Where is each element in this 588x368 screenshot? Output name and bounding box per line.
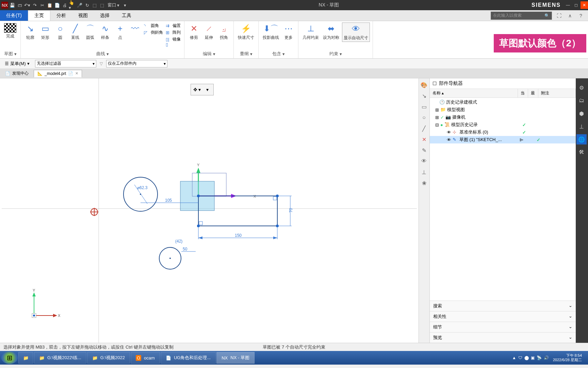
tab-task[interactable]: 任务(T) [0, 10, 28, 21]
sketch-canvas[interactable]: Y X ⌀62.3 [0, 78, 419, 343]
save-all-icon[interactable]: 🗃 [16, 2, 23, 9]
tree-model-history[interactable]: ⊟●📜模型历史记录✓ [430, 121, 576, 128]
point-button[interactable]: +点 [113, 22, 127, 41]
tab-home[interactable]: 主页 [28, 10, 50, 21]
rb-tools-icon[interactable]: 🛠 [576, 147, 587, 157]
close-tab-icon[interactable]: ✕ [75, 71, 78, 76]
tray-icon[interactable]: ▲ [512, 355, 516, 360]
mirror-button[interactable]: ▯|▯镜像 [165, 36, 181, 43]
quick-dim-button[interactable]: ⚡快速尺寸 [236, 22, 256, 41]
spline-button[interactable]: ∿样条 [98, 22, 112, 41]
nav-detail[interactable]: 细节⌄ [430, 322, 576, 332]
tray-app-icon[interactable]: ⬤ [524, 355, 529, 360]
paste-icon[interactable]: 📄 [54, 2, 61, 9]
view-orient-icon[interactable]: ✥ ▾ [192, 86, 202, 94]
tree-camera[interactable]: ⊞✓📷摄像机 [430, 113, 576, 121]
tray-shield-icon[interactable]: 🛡 [518, 355, 522, 360]
taskbar-folder1[interactable]: 📁G:\视频2022\练... [34, 352, 86, 364]
symmetric-button[interactable]: ⬌设为对称 [322, 22, 341, 41]
tray-volume-icon[interactable]: 🔊 [544, 355, 549, 360]
taskbar-ocam[interactable]: Oocam [131, 352, 160, 364]
menu-button[interactable]: ☰ 菜单(M) ▾ [3, 60, 32, 67]
system-clock[interactable]: 下午 8:54 2022/6/28 星期二 [551, 353, 584, 362]
finish-sketch-button[interactable]: 完成 [3, 22, 18, 40]
rb-web-icon[interactable]: 🌐 [576, 134, 587, 144]
more-include-button[interactable]: ⋯更多 [282, 22, 295, 41]
rb-assembly-icon[interactable]: ⬢ [576, 108, 587, 119]
rb-part-icon[interactable]: 🗂 [576, 95, 587, 106]
refresh-icon[interactable]: ↻ [84, 2, 91, 9]
edit-tool-icon[interactable]: ✎ [420, 146, 428, 155]
relations-icon[interactable]: ❀ [420, 179, 428, 187]
model-tab[interactable]: 📐_model4.prt📄✕ [34, 70, 82, 77]
help-up-icon[interactable]: ∧ [566, 12, 574, 19]
col-latest[interactable]: 最 [528, 89, 538, 97]
constraint-tool-icon[interactable]: ⊥ [420, 168, 428, 177]
palette-icon[interactable]: 🎨 [420, 80, 428, 89]
redo-icon[interactable]: ↷ [31, 2, 38, 9]
close-button[interactable]: ✕ [581, 1, 588, 9]
tree-history-mode[interactable]: 🕐历史记录建模式 [430, 98, 576, 106]
taskbar-nx[interactable]: NXNX - 草图 [216, 352, 255, 364]
rb-constraint-icon[interactable]: ⊥ [576, 121, 587, 132]
tree-model-view[interactable]: ⊞📁模型视图 [430, 106, 576, 113]
line-button[interactable]: ╱直线 [68, 22, 82, 41]
tree-datum-csys[interactable]: 👁⊹基准坐标系 (0)✓ [430, 128, 576, 136]
tab-select[interactable]: 选择 [94, 10, 116, 21]
nav-search[interactable]: 搜索⌄ [430, 301, 576, 311]
fullscreen-icon[interactable]: ⛶ [555, 12, 563, 19]
cut-icon[interactable]: ✂ [39, 2, 46, 9]
minimize-button[interactable]: — [564, 1, 572, 9]
scope-combo[interactable]: 仅在工作部件内▾ [106, 60, 167, 67]
col-notes[interactable]: 附注 [538, 89, 576, 97]
explorer-pin[interactable]: 📁 [18, 352, 33, 364]
circle-button[interactable]: ○圆 [53, 22, 67, 41]
rect-tool-icon[interactable]: ▭ [420, 102, 428, 111]
line-tool-icon[interactable]: ╱ [420, 124, 428, 133]
touch-icon[interactable]: 👆▾ [69, 2, 76, 9]
print-icon[interactable]: 🖨 [61, 2, 68, 9]
taskbar-folder2[interactable]: 📁G:\视频2022 [87, 352, 130, 364]
nav-relevance[interactable]: 相关性⌄ [430, 311, 576, 322]
fillet-button[interactable]: ◝圆角 [143, 22, 164, 29]
mic-icon[interactable]: 🎤 [76, 2, 83, 9]
curve-button[interactable]: 〰 [128, 22, 142, 40]
trim-button[interactable]: ✕修剪 [187, 22, 201, 41]
geo-constraint-button[interactable]: ⊥几何约束 [301, 22, 320, 41]
circle-tool-icon[interactable]: ○ [420, 113, 428, 122]
chamfer-button[interactable]: ◸倒斜角 [143, 29, 164, 36]
funnel-icon[interactable]: ▽ [100, 61, 103, 66]
arc-button[interactable]: ⌒圆弧 [83, 22, 97, 41]
filter-combo[interactable]: 无选择过滤器▾ [35, 60, 96, 67]
offset-button[interactable]: ⇉偏置 [165, 22, 181, 29]
col-name[interactable]: 名称 ▴ [430, 89, 518, 97]
tab-analysis[interactable]: 分析 [50, 10, 72, 21]
trim-tool-icon[interactable]: ✕ [420, 135, 428, 144]
more-icon[interactable]: ▾ [121, 2, 128, 9]
start-button[interactable]: ⊞ [1, 352, 18, 364]
show-auto-dim-button[interactable]: 👁显示自动尺寸 [342, 22, 370, 42]
copy-icon[interactable]: 📋 [46, 2, 53, 9]
taskbar-wps[interactable]: 📄UG角色和后处理... [161, 352, 216, 364]
undo-icon[interactable]: ↶▾ [24, 2, 31, 9]
tab-view[interactable]: 视图 [72, 10, 94, 21]
window1-icon[interactable]: ⬚ [91, 2, 98, 9]
settings-gear-icon[interactable]: ⚙ [576, 82, 587, 93]
col-current[interactable]: 当 [518, 89, 528, 97]
nav-preview[interactable]: 预览⌄ [430, 332, 576, 343]
view-control-popup[interactable]: ✥ ▾ ▾ [191, 84, 214, 95]
discover-tab[interactable]: 📄发现中心 [1, 69, 32, 78]
tree-sketch-1[interactable]: 👁✎草图 (1) "SKETCH_...⊫✓ [430, 136, 576, 143]
project-curve-button[interactable]: ⬇⌒投影曲线 [261, 22, 280, 41]
window-menu[interactable]: 窗口 ▾ [106, 2, 121, 8]
profile-button[interactable]: ↘轮廓 [23, 22, 37, 41]
save-icon[interactable]: 💾 [9, 2, 16, 9]
search-input[interactable]: 在此输入以搜索 🔍 [491, 12, 552, 20]
tray-network-icon[interactable]: 📡 [537, 355, 542, 360]
tab-tools[interactable]: 工具 [116, 10, 137, 21]
visibility-icon[interactable]: 👁 [420, 157, 428, 166]
profile-tool-icon[interactable]: ↘ [420, 91, 428, 100]
view-dropdown-icon[interactable]: ▾ [202, 86, 212, 94]
help-icon[interactable]: ? [577, 12, 585, 19]
extend-button[interactable]: ⟋延伸 [202, 22, 216, 41]
